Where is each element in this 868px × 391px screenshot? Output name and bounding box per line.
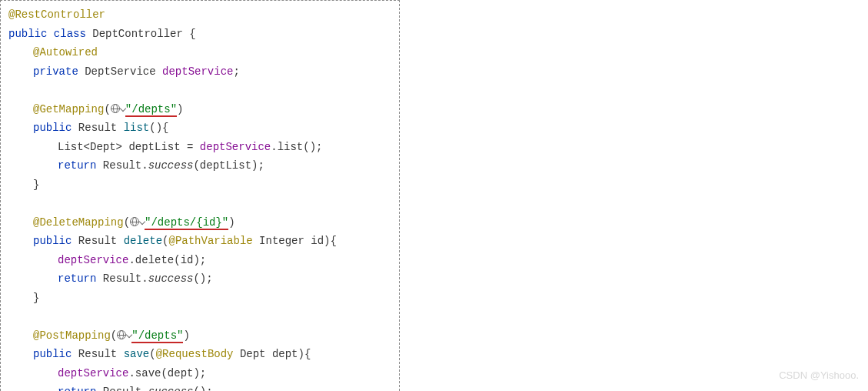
code-text: (deptList); <box>193 159 264 172</box>
keyword: private <box>33 65 78 78</box>
field: deptService <box>58 254 128 266</box>
code-line: List<Dept> deptList = deptService.list()… <box>8 138 391 157</box>
code-line: @DeleteMapping("/depts/{id}") <box>8 213 391 232</box>
method-italic: success <box>148 386 194 391</box>
semi: ; <box>233 65 239 78</box>
paren: ) <box>228 216 234 229</box>
code-line: } <box>8 289 391 308</box>
keyword: public <box>8 28 47 40</box>
blank-line <box>8 307 391 326</box>
watermark-text: CSDN @Yishooo. <box>779 367 859 385</box>
code-text: Result. <box>96 159 148 172</box>
sig: Dept dept){ <box>234 348 311 360</box>
field: deptService <box>162 65 233 78</box>
code-text: Result. <box>96 272 148 285</box>
method: save <box>124 348 150 360</box>
code-line: public Result save(@RequestBody Dept dep… <box>8 345 391 364</box>
code-text: (); <box>193 272 212 285</box>
code-text: .save(dept); <box>128 367 206 379</box>
code-text: .list <box>271 141 303 153</box>
class-name: DeptController <box>92 28 183 40</box>
code-text: Result. <box>96 386 148 391</box>
paren: ( <box>124 216 130 229</box>
globe-icon <box>130 217 139 226</box>
annotation: @PathVariable <box>168 235 252 247</box>
code-text: (); <box>303 141 322 153</box>
code-line: @PostMapping("/depts") <box>8 326 391 346</box>
annotation: @GetMapping <box>33 103 104 115</box>
code-text: (); <box>193 386 212 391</box>
blank-line <box>8 81 391 100</box>
code-line: @Autowired <box>8 43 391 62</box>
code-line: @GetMapping("/depts") <box>8 100 391 119</box>
annotation: @RequestBody <box>156 348 234 360</box>
code-line: public Result delete(@PathVariable Integ… <box>8 232 391 251</box>
paren: ) <box>177 103 183 115</box>
code-text: List<Dept> deptList = <box>58 141 200 153</box>
string-literal: "/depts/{id}" <box>145 216 228 230</box>
code-line: private DeptService deptService; <box>8 62 391 82</box>
annotation: @DeleteMapping <box>33 216 124 229</box>
type: DeptService <box>85 65 155 78</box>
paren: ( <box>149 348 155 360</box>
globe-icon <box>111 104 120 113</box>
blank-line <box>8 194 391 213</box>
brace: } <box>33 292 39 304</box>
paren: ( <box>111 329 117 342</box>
method-italic: success <box>148 159 194 172</box>
paren: ( <box>104 103 110 115</box>
field: deptService <box>200 141 271 153</box>
code-line: deptService.delete(id); <box>8 251 391 270</box>
field: deptService <box>58 367 128 379</box>
type: Result <box>78 348 117 360</box>
method: list <box>124 122 150 134</box>
code-line: return Result.success(); <box>8 383 391 391</box>
sig: Integer id){ <box>253 235 337 247</box>
keyword: return <box>58 386 96 391</box>
annotation: @RestController <box>8 8 105 21</box>
code-line: public Result list(){ <box>8 119 391 138</box>
type: Result <box>78 235 117 247</box>
annotation: @Autowired <box>33 46 98 58</box>
code-line: public class DeptController { <box>8 25 391 44</box>
annotation: @PostMapping <box>33 329 111 342</box>
keyword: public <box>33 348 72 360</box>
string-literal: "/depts" <box>125 103 177 117</box>
brace: } <box>33 179 39 191</box>
brace: { <box>183 28 196 40</box>
keyword: public <box>33 122 72 134</box>
code-line: } <box>8 175 391 195</box>
code-line: @RestController <box>8 5 391 25</box>
code-line: deptService.save(dept); <box>8 364 391 383</box>
string-literal: "/depts" <box>131 329 183 343</box>
method: delete <box>124 235 162 247</box>
keyword: public <box>33 235 72 247</box>
paren: ) <box>183 329 189 342</box>
code-block: @RestController public class DeptControl… <box>0 0 400 391</box>
code-text: .delete(id); <box>128 254 206 266</box>
code-line: return Result.success(deptList); <box>8 156 391 175</box>
keyword: return <box>58 159 96 172</box>
keyword: return <box>58 272 96 285</box>
type: Result <box>78 122 117 134</box>
sig: (){ <box>149 122 168 134</box>
method-italic: success <box>148 272 194 285</box>
code-line: return Result.success(); <box>8 269 391 289</box>
keyword: class <box>54 28 86 40</box>
